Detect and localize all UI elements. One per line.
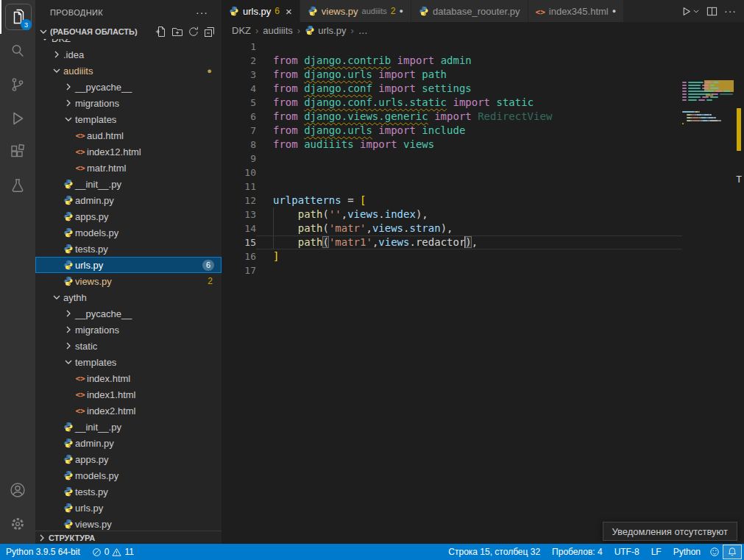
breadcrumb-DKZ[interactable]: DKZ <box>232 25 251 36</box>
activity-item-explorer[interactable]: 3 <box>0 0 35 34</box>
activity-item-source-control[interactable] <box>0 68 35 102</box>
collapse-all-icon[interactable] <box>204 26 216 38</box>
code-editor[interactable]: 12from django.contrib import admin3from … <box>222 38 744 544</box>
outline-section-header[interactable]: СТРУКТУРА <box>35 531 222 544</box>
python-file-icon <box>62 177 75 191</box>
activity-item-search[interactable] <box>0 34 35 68</box>
tree-item-label: views.py <box>75 276 112 287</box>
tree-item-index2.html[interactable]: <>index2.html <box>35 403 222 419</box>
split-editor-button[interactable] <box>706 6 718 17</box>
tree-item-migrations[interactable]: migrations <box>35 95 222 111</box>
tree-item-tests.py[interactable]: tests.py <box>35 241 222 257</box>
tree-item-urls.py[interactable]: urls.py6 <box>35 257 222 273</box>
tree-item-apps.py[interactable]: apps.py <box>35 208 222 224</box>
more-actions-icon[interactable]: ··· <box>724 5 737 17</box>
python-interpreter-item[interactable]: Python 3.9.5 64-bit <box>0 544 86 560</box>
tree-item-views.py[interactable]: views.py <box>35 516 222 531</box>
tab-database_roouter.py[interactable]: database_roouter.py <box>411 0 528 22</box>
breadcrumb-urls.py[interactable]: urls.py <box>305 25 346 36</box>
tree-item-models.py[interactable]: models.py <box>35 467 222 483</box>
sidebar-more-actions-icon[interactable]: ··· <box>196 7 208 18</box>
code-line-17[interactable]: 17 <box>222 263 744 277</box>
tree-item-__init__.py[interactable]: __init__.py <box>35 419 222 435</box>
tree-item-__init__.py[interactable]: __init__.py <box>35 176 222 192</box>
tree-item-matr.html[interactable]: <>matr.html <box>35 160 222 176</box>
code-line-3[interactable]: 3from django.urls import path <box>222 68 744 82</box>
tree-item-audiiits[interactable]: audiiits● <box>35 63 222 79</box>
activity-item-testing[interactable] <box>0 169 35 203</box>
workspace-section-header[interactable]: (РАБОЧАЯ ОБЛАСТЬ) ... <box>35 24 222 39</box>
activity-item-extensions[interactable] <box>0 135 35 169</box>
tab-urls.py[interactable]: urls.py6× <box>222 0 300 22</box>
line-number: 13 <box>222 208 256 221</box>
breadcrumb-audiiits[interactable]: audiiits <box>263 25 292 36</box>
tree-item-admin.py[interactable]: admin.py <box>35 192 222 208</box>
tree-item-__pycache__[interactable]: __pycache__ <box>35 79 222 95</box>
line-number: 10 <box>222 166 256 180</box>
tree-item-views.py[interactable]: views.py2 <box>35 273 222 289</box>
new-folder-icon[interactable] <box>171 26 183 38</box>
tree-item-models.py[interactable]: models.py <box>35 224 222 241</box>
code-line-5[interactable]: 5from django.conf.urls.static import sta… <box>222 96 744 110</box>
eol-item[interactable]: LF <box>645 544 667 560</box>
line-number: 3 <box>222 68 256 82</box>
activity-item-settings[interactable] <box>0 507 35 541</box>
activity-item-run-debug[interactable] <box>0 102 35 135</box>
encoding-item[interactable]: UTF-8 <box>609 544 645 560</box>
tree-item-__pycache__[interactable]: __pycache__ <box>35 305 222 322</box>
line-number: 4 <box>222 82 256 96</box>
tree-item-label: __init__.py <box>75 179 121 190</box>
code-line-11[interactable]: 11 <box>222 180 744 194</box>
notification-toast[interactable]: Уведомления отсутствуют <box>603 522 737 541</box>
tree-item-admin.py[interactable]: admin.py <box>35 435 222 451</box>
code-line-1[interactable]: 1 <box>222 40 744 54</box>
code-line-12[interactable]: 12urlpatterns = [ <box>222 194 744 208</box>
cursor-position-item[interactable]: Строка 15, столбец 32 <box>442 544 546 560</box>
overview-ruler[interactable] <box>734 77 744 544</box>
activity-item-account[interactable] <box>0 473 35 507</box>
tree-item-templates[interactable]: templates <box>35 354 222 370</box>
code-line-10[interactable]: 10 <box>222 166 744 180</box>
tree-item-label: apps.py <box>75 454 109 465</box>
code-line-13[interactable]: 13 path('',views.index), <box>222 208 744 221</box>
tree-item-index1.html[interactable]: <>index1.html <box>35 386 222 403</box>
code-line-7[interactable]: 7from django.urls import include <box>222 124 744 138</box>
feedback-item[interactable] <box>706 544 723 560</box>
tree-item-.idea[interactable]: .idea <box>35 46 222 63</box>
code-line-2[interactable]: 2from django.contrib import admin <box>222 54 744 68</box>
code-line-4[interactable]: 4from django.conf import settings <box>222 82 744 96</box>
notifications-bell-button[interactable] <box>723 545 742 559</box>
close-icon[interactable]: × <box>286 6 292 17</box>
python-file-icon <box>62 420 75 433</box>
refresh-icon[interactable] <box>188 26 199 38</box>
code-line-14[interactable]: 14 path('matr',views.stran), <box>222 221 744 235</box>
python-file-icon <box>62 242 75 255</box>
language-mode-item[interactable]: Python <box>667 544 706 560</box>
code-line-15[interactable]: 15 path('matr1',views.redactor), <box>222 235 744 249</box>
run-python-file-button[interactable] <box>681 6 700 17</box>
tree-item-templates[interactable]: templates <box>35 111 222 127</box>
status-bar: Python 3.9.5 64-bit 0 11 Строка 15, стол… <box>0 544 744 560</box>
tab-views.py[interactable]: views.pyaudiiits2● <box>300 0 411 22</box>
code-line-9[interactable]: 9 <box>222 152 744 166</box>
code-line-16[interactable]: 16] <box>222 249 744 263</box>
tree-item-aud.html[interactable]: <>aud.html <box>35 127 222 143</box>
tree-item-index.html[interactable]: <>index.html <box>35 370 222 386</box>
tree-item-static[interactable]: static <box>35 338 222 354</box>
tab-index345.html[interactable]: <>index345.html● <box>528 0 625 22</box>
code-line-8[interactable]: 8from audiiits import views <box>222 138 744 152</box>
tree-item-migrations[interactable]: migrations <box>35 322 222 338</box>
tree-item-tests.py[interactable]: tests.py <box>35 483 222 500</box>
tree-item-apps.py[interactable]: apps.py <box>35 451 222 467</box>
tree-item-index12.html[interactable]: <>index12.html <box>35 143 222 160</box>
tree-item-aythh[interactable]: aythh <box>35 289 222 305</box>
indentation-item[interactable]: Пробелов: 4 <box>546 544 609 560</box>
tree-item-urls.py[interactable]: urls.py <box>35 500 222 516</box>
problems-item[interactable]: 0 11 <box>86 544 140 560</box>
code-line-6[interactable]: 6from django.views.generic import Redire… <box>222 110 744 124</box>
line-col-label: Строка 15, столбец 32 <box>448 547 540 557</box>
minimap[interactable] <box>682 78 734 128</box>
editor-actions: ··· <box>673 0 744 22</box>
new-file-icon[interactable] <box>155 26 167 38</box>
breadcrumb-…[interactable]: … <box>358 25 368 36</box>
